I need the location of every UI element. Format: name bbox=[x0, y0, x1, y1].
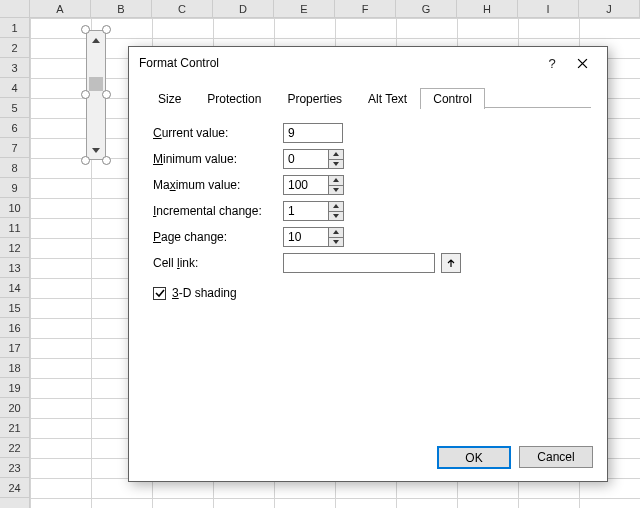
row-header[interactable]: 6 bbox=[0, 118, 29, 138]
chevron-down-icon bbox=[92, 148, 100, 153]
ok-button[interactable]: OK bbox=[437, 446, 511, 469]
row-header[interactable]: 14 bbox=[0, 278, 29, 298]
row-header[interactable]: 20 bbox=[0, 398, 29, 418]
control-tab-panel: Current value: Minimum value: Maximum va… bbox=[129, 108, 607, 312]
maximum-value-label: Maximum value: bbox=[153, 178, 283, 192]
selection-handle[interactable] bbox=[102, 90, 111, 99]
row-header[interactable]: 9 bbox=[0, 178, 29, 198]
row-header[interactable]: 8 bbox=[0, 158, 29, 178]
cancel-button[interactable]: Cancel bbox=[519, 446, 593, 468]
spin-down-button[interactable] bbox=[329, 237, 343, 247]
scrollbar-form-control[interactable] bbox=[86, 30, 106, 160]
column-header[interactable]: E bbox=[274, 0, 335, 18]
row-header[interactable]: 11 bbox=[0, 218, 29, 238]
close-button[interactable] bbox=[567, 49, 597, 77]
current-value-label: Current value: bbox=[153, 126, 283, 140]
tab-control[interactable]: Control bbox=[420, 88, 485, 109]
chevron-up-icon bbox=[92, 38, 100, 43]
chevron-up-icon bbox=[333, 204, 339, 208]
column-header[interactable]: B bbox=[91, 0, 152, 18]
row-header[interactable]: 10 bbox=[0, 198, 29, 218]
3d-shading-checkbox[interactable]: 3-D shading bbox=[153, 286, 583, 300]
spin-down-button[interactable] bbox=[329, 211, 343, 221]
column-header[interactable]: G bbox=[396, 0, 457, 18]
column-header[interactable]: F bbox=[335, 0, 396, 18]
range-picker-button[interactable] bbox=[441, 253, 461, 273]
spin-up-button[interactable] bbox=[329, 228, 343, 237]
chevron-up-icon bbox=[333, 178, 339, 182]
incremental-change-spinner[interactable] bbox=[283, 201, 344, 221]
column-header[interactable]: D bbox=[213, 0, 274, 18]
column-header[interactable]: I bbox=[518, 0, 579, 18]
selection-handle[interactable] bbox=[81, 156, 90, 165]
maximum-value-input[interactable] bbox=[284, 176, 328, 194]
help-button[interactable]: ? bbox=[537, 49, 567, 77]
ok-button-label: OK bbox=[465, 451, 482, 465]
scrollbar-up-button[interactable] bbox=[87, 31, 105, 49]
row-header[interactable]: 13 bbox=[0, 258, 29, 278]
minimum-value-spinner[interactable] bbox=[283, 149, 344, 169]
row-header[interactable]: 4 bbox=[0, 78, 29, 98]
selection-handle[interactable] bbox=[102, 25, 111, 34]
page-change-input[interactable] bbox=[284, 228, 328, 246]
tab-alt-text[interactable]: Alt Text bbox=[355, 88, 420, 109]
format-control-dialog: Format Control ? SizeProtectionPropertie… bbox=[128, 46, 608, 482]
selection-handle[interactable] bbox=[81, 90, 90, 99]
dialog-footer: OK Cancel bbox=[437, 446, 593, 469]
row-header[interactable]: 17 bbox=[0, 338, 29, 358]
checkbox-box bbox=[153, 287, 166, 300]
row-header[interactable]: 12 bbox=[0, 238, 29, 258]
row-header[interactable]: 5 bbox=[0, 98, 29, 118]
maximum-value-spinner[interactable] bbox=[283, 175, 344, 195]
spin-up-button[interactable] bbox=[329, 150, 343, 159]
row-header[interactable]: 16 bbox=[0, 318, 29, 338]
chevron-up-icon bbox=[333, 230, 339, 234]
tab-properties[interactable]: Properties bbox=[274, 88, 355, 109]
checkmark-icon bbox=[155, 288, 165, 298]
minimum-value-input[interactable] bbox=[284, 150, 328, 168]
row-header[interactable]: 21 bbox=[0, 418, 29, 438]
scrollbar-thumb[interactable] bbox=[89, 77, 103, 91]
chevron-down-icon bbox=[333, 188, 339, 192]
scrollbar-down-button[interactable] bbox=[87, 141, 105, 159]
chevron-down-icon bbox=[333, 162, 339, 166]
select-all-corner[interactable] bbox=[0, 0, 30, 18]
page-change-label: Page change: bbox=[153, 230, 283, 244]
dialog-title: Format Control bbox=[139, 56, 537, 70]
row-header[interactable]: 1 bbox=[0, 18, 29, 38]
row-header[interactable]: 18 bbox=[0, 358, 29, 378]
row-header[interactable]: 3 bbox=[0, 58, 29, 78]
row-header[interactable]: 7 bbox=[0, 138, 29, 158]
chevron-down-icon bbox=[333, 240, 339, 244]
dialog-titlebar[interactable]: Format Control ? bbox=[129, 47, 607, 79]
row-header[interactable]: 24 bbox=[0, 478, 29, 498]
row-header[interactable]: 15 bbox=[0, 298, 29, 318]
current-value-input[interactable] bbox=[283, 123, 343, 143]
tabstrip: SizeProtectionPropertiesAlt TextControl bbox=[129, 79, 607, 108]
help-icon: ? bbox=[548, 56, 555, 71]
row-header[interactable]: 22 bbox=[0, 438, 29, 458]
cell-link-label: Cell link: bbox=[153, 256, 283, 270]
close-icon bbox=[577, 58, 588, 69]
selection-handle[interactable] bbox=[81, 25, 90, 34]
column-header[interactable]: C bbox=[152, 0, 213, 18]
row-header[interactable]: 23 bbox=[0, 458, 29, 478]
incremental-change-input[interactable] bbox=[284, 202, 328, 220]
minimum-value-label: Minimum value: bbox=[153, 152, 283, 166]
column-header[interactable]: H bbox=[457, 0, 518, 18]
cell-link-input[interactable] bbox=[283, 253, 435, 273]
spin-up-button[interactable] bbox=[329, 202, 343, 211]
tab-protection[interactable]: Protection bbox=[194, 88, 274, 109]
spin-down-button[interactable] bbox=[329, 185, 343, 195]
spin-down-button[interactable] bbox=[329, 159, 343, 169]
spin-up-button[interactable] bbox=[329, 176, 343, 185]
column-header[interactable]: J bbox=[579, 0, 640, 18]
row-header[interactable]: 19 bbox=[0, 378, 29, 398]
chevron-down-icon bbox=[333, 214, 339, 218]
column-header[interactable]: A bbox=[30, 0, 91, 18]
row-header[interactable]: 2 bbox=[0, 38, 29, 58]
incremental-change-label: Incremental change: bbox=[153, 204, 283, 218]
selection-handle[interactable] bbox=[102, 156, 111, 165]
page-change-spinner[interactable] bbox=[283, 227, 344, 247]
tab-size[interactable]: Size bbox=[145, 88, 194, 109]
